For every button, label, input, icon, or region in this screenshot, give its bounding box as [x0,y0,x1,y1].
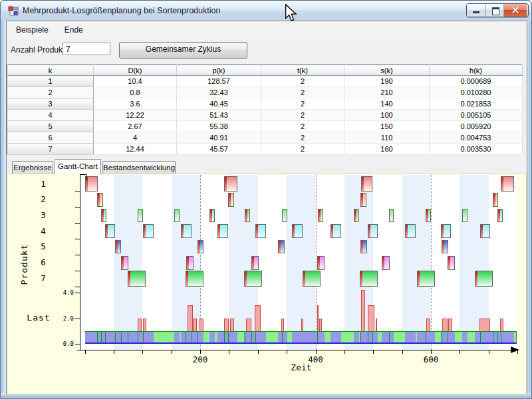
table-cell[interactable]: 0.010280 [430,87,523,98]
table-row: 110.4128.5721900.000689 [7,76,523,87]
column-header[interactable]: h(k) [430,65,523,76]
table-cell[interactable]: 190 [344,76,430,87]
table-cell[interactable]: 2 [261,76,344,87]
table-cell[interactable]: 2 [261,110,344,121]
table-cell[interactable]: 2 [7,87,94,98]
table-row: 52.6755.3821500.005920 [7,121,523,132]
tab-ergebnisse[interactable]: Ergebnisse [12,161,53,174]
table-cell[interactable]: 0.005105 [430,110,523,121]
table-cell[interactable]: 100 [344,110,430,121]
table-cell[interactable]: 2 [261,121,344,132]
table-cell[interactable]: 2 [261,87,344,98]
client-area: BeispieleEnde Anzahl Produkte Gemeinsame… [6,21,527,394]
column-header[interactable]: k [7,65,94,76]
table-cell[interactable]: 128.57 [177,76,261,87]
table-cell[interactable]: 0.021853 [430,98,523,110]
gemeinsamer-zyklus-button[interactable]: Gemeinsamer Zyklus [119,42,247,59]
tab-bestandsentwicklung[interactable]: Bestandsentwicklung [102,161,176,174]
table-row: 412.2251.4321000.005105 [7,110,523,121]
table-cell[interactable]: 7 [7,144,94,155]
table-cell[interactable]: 160 [344,144,430,155]
app-screen: Mehrprodukt-Losgrößenplanung bei Sortenp… [0,0,532,399]
table-cell[interactable]: 2 [261,144,344,155]
table-cell[interactable]: 0.005920 [430,121,523,132]
column-header[interactable]: t(k) [261,65,344,76]
table-cell[interactable]: 0.004753 [430,132,523,144]
gantt-tab-page [7,174,527,394]
table-cell[interactable]: 5 [7,121,94,132]
window-frame-left [1,21,6,398]
table-cell[interactable]: 51.43 [177,110,261,121]
table-cell[interactable]: 2 [261,132,344,144]
tab-gantt-chart[interactable]: Gantt-Chart [55,159,101,174]
table-header-row: kD(k)p(k)t(k)s(k)h(k) [7,65,523,76]
table-cell[interactable]: 12.44 [94,144,177,155]
table-cell[interactable]: 40.91 [177,132,261,144]
minimize-icon [473,11,479,13]
table-row: 6440.9121100.004753 [7,132,523,144]
table-cell[interactable]: 40.45 [177,98,261,110]
anzahl-produkte-label: Anzahl Produkte [11,45,69,55]
app-window: Mehrprodukt-Losgrößenplanung bei Sortenp… [0,0,532,399]
table-cell[interactable]: 3 [7,98,94,110]
table-cell[interactable]: 55.38 [177,121,261,132]
table-cell[interactable]: 4 [94,132,177,144]
table-cell[interactable]: 110 [344,132,430,144]
table-cell[interactable]: 0.8 [94,87,177,98]
table-row: 20.832.4322100.010280 [7,87,523,98]
table-cell[interactable]: 2 [261,98,344,110]
table-cell[interactable]: 32.43 [177,87,261,98]
table-cell[interactable]: 140 [344,98,430,110]
table-cell[interactable]: 3.6 [94,98,177,110]
menu-item-beispiele[interactable]: Beispiele [9,23,55,37]
window-title: Mehrprodukt-Losgrößenplanung bei Sortenp… [23,1,220,21]
close-button[interactable] [504,4,527,17]
parameter-table: kD(k)p(k)t(k)s(k)h(k) 110.4128.5721900.0… [7,65,523,155]
maximize-icon [492,7,499,15]
minimize-button[interactable] [467,4,485,17]
mouse-cursor [284,4,297,23]
app-icon [8,6,19,17]
menu-bar: BeispieleEnde [7,21,527,39]
window-controls [466,3,529,17]
table-cell[interactable]: 6 [7,132,94,144]
table-row: 33.640.4521400.021853 [7,98,523,110]
table-cell[interactable]: 1 [7,76,94,87]
table-cell[interactable]: 0.000689 [430,76,523,87]
table-cell[interactable]: 4 [7,110,94,121]
table-cell[interactable]: 10.4 [94,76,177,87]
table-cell[interactable]: 0.003530 [430,144,523,155]
title-bar[interactable]: Mehrprodukt-Losgrößenplanung bei Sortenp… [1,1,531,21]
column-header[interactable]: s(k) [344,65,430,76]
menu-item-ende[interactable]: Ende [58,23,90,37]
anzahl-produkte-input[interactable] [63,43,110,55]
table-cell[interactable]: 2.67 [94,121,177,132]
table-cell[interactable]: 45.57 [177,144,261,155]
column-header[interactable]: D(k) [94,65,177,76]
column-header[interactable]: p(k) [177,65,261,76]
table-cell[interactable]: 12.22 [94,110,177,121]
maximize-button[interactable] [485,4,504,17]
table-cell[interactable]: 150 [344,121,430,132]
table-row: 712.4445.5721600.003530 [7,144,523,155]
table-cell[interactable]: 210 [344,87,430,98]
